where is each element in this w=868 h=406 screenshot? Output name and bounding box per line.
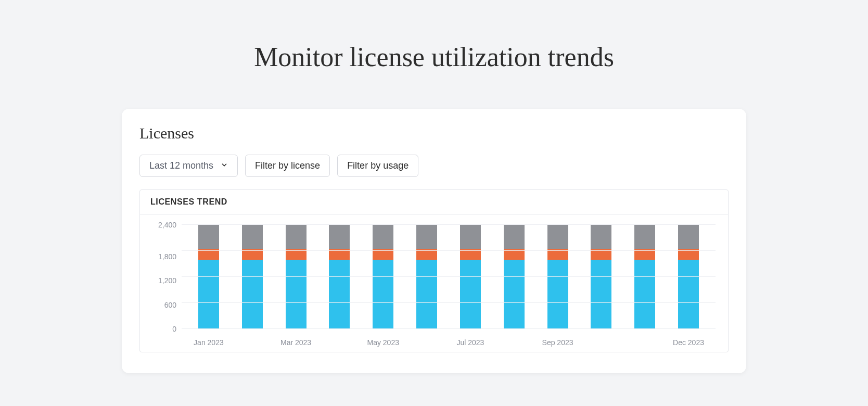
chart-bar (416, 225, 437, 329)
page-root: Monitor license utilization trends Licen… (0, 0, 868, 406)
chart-plot-area (182, 225, 716, 329)
x-tick-label: Sep 2023 (536, 338, 580, 347)
filter-by-usage-button[interactable]: Filter by usage (337, 155, 418, 177)
x-tick-label (317, 338, 361, 347)
chart-bar-segment (591, 260, 611, 329)
chart-body: 2,4001,8001,2006000 Jan 2023Mar 2023May … (140, 214, 728, 352)
chart-bar-segment (634, 260, 655, 329)
x-tick-label (623, 338, 667, 347)
filter-bar: Last 12 months Filter by license Filter … (139, 155, 729, 177)
y-tick-label: 1,200 (158, 277, 176, 284)
chart-gridline (182, 250, 716, 251)
card-title: Licenses (139, 124, 729, 142)
x-tick-label (405, 338, 449, 347)
chart-bar-segment (286, 260, 307, 329)
chart-gridline (182, 276, 716, 277)
chart-bar (504, 225, 525, 329)
x-tick-label: Dec 2023 (667, 338, 710, 347)
x-tick-label (492, 338, 536, 347)
chart-bar (678, 225, 699, 329)
chart-bar-segment (547, 260, 568, 329)
chart-bar-segment (460, 260, 481, 329)
chart-bar (373, 225, 393, 329)
chart-bar-segment (329, 260, 350, 329)
y-tick-label: 2,400 (158, 221, 176, 229)
chart-bars (182, 225, 716, 329)
chart-bar-segment (504, 225, 525, 249)
chart-bar-segment (329, 225, 350, 249)
chart-bar-segment (373, 260, 393, 329)
chart-bar-segment (242, 225, 263, 249)
chart-bar-segment (678, 260, 699, 329)
licenses-card: Licenses Last 12 months Filter by licens… (122, 109, 746, 373)
chart-bar-segment (504, 260, 525, 329)
x-tick-label: Mar 2023 (274, 338, 318, 347)
chart-title: LICENSES TREND (140, 190, 728, 214)
chart-bar-segment (198, 225, 219, 249)
chart-bar (198, 225, 219, 329)
chart-gridline (182, 224, 716, 225)
chart-bar-segment (678, 225, 699, 249)
x-tick-label: May 2023 (361, 338, 405, 347)
licenses-trend-chart: LICENSES TREND 2,4001,8001,2006000 Jan 2… (139, 189, 729, 352)
chart-bar (547, 225, 568, 329)
chart-bar (286, 225, 307, 329)
chart-bar (242, 225, 263, 329)
chevron-down-icon (221, 160, 228, 171)
chart-bar (591, 225, 611, 329)
x-tick-label: Jan 2023 (187, 338, 231, 347)
chart-bar-segment (460, 225, 481, 249)
chart-gridline (182, 328, 716, 329)
chart-bar (460, 225, 481, 329)
chart-bar-segment (286, 225, 307, 249)
date-range-dropdown[interactable]: Last 12 months (139, 155, 238, 177)
date-range-label: Last 12 months (149, 160, 213, 171)
chart-bar-segment (634, 225, 655, 249)
filter-by-license-button[interactable]: Filter by license (245, 155, 330, 177)
chart-bar-segment (591, 225, 611, 249)
x-tick-label (579, 338, 623, 347)
y-tick-label: 1,800 (158, 253, 176, 260)
chart-bar-segment (547, 225, 568, 249)
chart-bar-segment (373, 225, 393, 249)
chart-gridline (182, 302, 716, 303)
chart-x-axis: Jan 2023Mar 2023May 2023Jul 2023Sep 2023… (182, 338, 716, 347)
chart-bar-segment (242, 260, 263, 329)
page-title: Monitor license utilization trends (0, 42, 868, 72)
x-tick-label: Jul 2023 (449, 338, 492, 347)
y-tick-label: 600 (164, 301, 176, 309)
chart-bar (634, 225, 655, 329)
chart-bar-segment (416, 225, 437, 249)
x-tick-label (231, 338, 274, 347)
y-tick-label: 0 (172, 325, 176, 333)
chart-bar-segment (198, 260, 219, 329)
chart-bar (329, 225, 350, 329)
chart-bar-segment (416, 260, 437, 329)
chart-y-axis: 2,4001,8001,2006000 (152, 225, 182, 329)
